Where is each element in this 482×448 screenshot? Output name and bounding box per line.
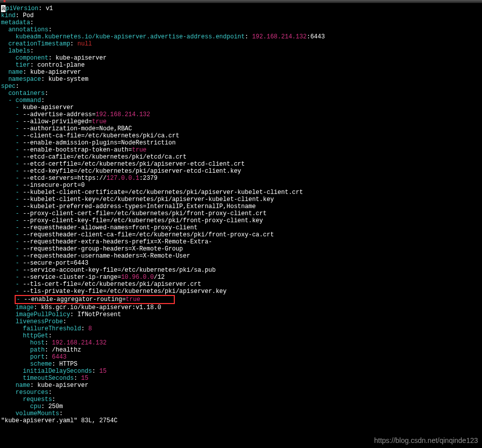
vim-status-line: "kube-apiserver.yaml" 83L, 2754C (1, 417, 117, 424)
terminal-editor[interactable]: apiVersion: v1 kind: Pod metadata: annot… (1, 5, 481, 424)
highlighted-line: - --enable-aggregator-routing=true (15, 295, 175, 304)
watermark: https://blog.csdn.net/qinqinde123 (374, 437, 478, 444)
cursor: a (1, 5, 6, 12)
window-title-bar: ● (0, 0, 482, 3)
close-icon: ● (3, 0, 6, 5)
